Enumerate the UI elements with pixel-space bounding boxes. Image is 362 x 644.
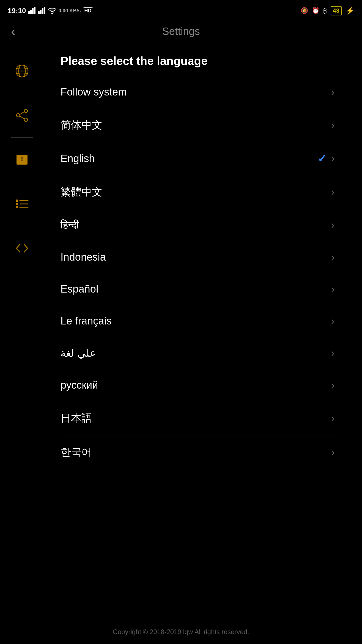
language-list-area: Please select the language Follow system… — [44, 43, 362, 469]
language-right-korean: › — [331, 447, 334, 458]
svg-rect-4 — [38, 11, 40, 14]
language-item-indonesia[interactable]: Indonesia› — [61, 241, 334, 273]
alert-icon: ! — [15, 152, 29, 167]
chevron-right-icon-follow-system: › — [331, 86, 334, 98]
list-icon — [15, 197, 29, 211]
svg-rect-7 — [44, 7, 45, 14]
language-right-indonesia: › — [331, 252, 334, 263]
hd-badge: HD — [83, 7, 93, 14]
chevron-right-icon-hindi: › — [331, 219, 334, 231]
page-heading: Please select the language — [61, 54, 334, 68]
svg-point-12 — [24, 109, 28, 113]
svg-rect-20 — [16, 203, 18, 205]
header-title: Settings — [162, 26, 200, 37]
mute-icon: 🔕 — [301, 7, 308, 14]
language-item-japanese[interactable]: 日本語› — [61, 401, 334, 435]
signal-icon — [28, 7, 36, 15]
content-area: Please select the language Follow system… — [44, 43, 351, 469]
back-button[interactable]: ‹ — [11, 25, 15, 38]
language-label-english: English — [61, 153, 95, 165]
bluetooth-icon: ₿ — [323, 7, 327, 15]
chevron-right-icon-traditional-chinese: › — [331, 186, 334, 198]
charging-icon: ⚡ — [345, 7, 354, 15]
language-right-espanol: › — [331, 283, 334, 295]
chevron-right-icon-korean: › — [331, 447, 334, 458]
svg-line-15 — [20, 112, 24, 114]
signal2-icon — [38, 7, 46, 15]
language-right-arabic: › — [331, 347, 334, 359]
svg-rect-6 — [42, 8, 43, 14]
language-right-english: ✓› — [317, 152, 334, 165]
chevron-right-icon-russian: › — [331, 380, 334, 391]
svg-rect-5 — [40, 10, 42, 14]
language-item-russian[interactable]: русский› — [61, 369, 334, 401]
language-item-simplified-chinese[interactable]: 简体中文› — [61, 108, 334, 142]
alarm-icon: ⏰ — [312, 7, 319, 14]
language-item-french[interactable]: Le français› — [61, 305, 334, 337]
svg-point-8 — [52, 13, 53, 14]
svg-rect-19 — [16, 200, 18, 202]
sidebar-slot-alert: ! — [0, 138, 44, 182]
language-label-korean: 한국어 — [61, 445, 92, 459]
chevron-right-icon-french: › — [331, 315, 334, 327]
language-list: Follow system›简体中文›English✓›繁體中文›हिन्दी›… — [61, 76, 334, 469]
language-right-french: › — [331, 315, 334, 327]
language-label-french: Le français — [61, 315, 112, 327]
language-right-hindi: › — [331, 219, 334, 231]
battery-indicator: 43 — [331, 6, 342, 15]
language-right-russian: › — [331, 380, 334, 391]
footer: Copyright © 2018-2019 lqw All rights res… — [0, 628, 362, 636]
language-item-korean[interactable]: 한국어› — [61, 435, 334, 469]
language-label-follow-system: Follow system — [61, 86, 127, 98]
svg-text:!: ! — [21, 155, 23, 163]
sidebar-area: ! — [0, 43, 44, 469]
language-label-japanese: 日本語 — [61, 411, 92, 425]
svg-rect-0 — [28, 11, 30, 14]
language-label-russian: русский — [61, 379, 98, 391]
svg-point-14 — [17, 114, 20, 117]
language-label-espanol: Español — [61, 283, 98, 295]
code-icon — [15, 241, 29, 255]
sidebar-slot-code — [0, 226, 44, 270]
status-bar: 19:10 0.00 KB/s HD 🔕 ⏰ ₿ 43 ⚡ — [0, 0, 362, 19]
language-item-espanol[interactable]: Español› — [61, 273, 334, 305]
time-display: 19:10 — [8, 7, 26, 15]
globe-icon — [15, 64, 29, 78]
chevron-right-icon-arabic: › — [331, 347, 334, 359]
chevron-right-icon-japanese: › — [331, 413, 334, 424]
chevron-right-icon-indonesia: › — [331, 252, 334, 263]
sidebar-slot-list — [0, 182, 44, 226]
battery-level: 43 — [333, 7, 339, 14]
language-item-arabic[interactable]: علي لغة› — [61, 337, 334, 369]
chevron-right-icon-espanol: › — [331, 283, 334, 295]
sidebar-slot-globe — [0, 49, 44, 93]
language-right-simplified-chinese: › — [331, 119, 334, 131]
language-item-hindi[interactable]: हिन्दी› — [61, 209, 334, 241]
language-label-indonesia: Indonesia — [61, 251, 106, 263]
language-label-arabic: علي لغة — [61, 347, 96, 359]
svg-rect-2 — [32, 8, 34, 14]
chevron-right-icon-simplified-chinese: › — [331, 119, 334, 131]
chevron-right-icon-english: › — [331, 153, 334, 164]
main-wrapper: ! Please select the language — [0, 43, 362, 469]
language-label-traditional-chinese: 繁體中文 — [61, 185, 102, 199]
language-right-japanese: › — [331, 413, 334, 424]
language-label-hindi: हिन्दी — [61, 219, 79, 231]
status-right: 🔕 ⏰ ₿ 43 ⚡ — [301, 6, 354, 15]
language-item-english[interactable]: English✓› — [61, 142, 334, 175]
share-icon — [15, 108, 29, 122]
language-right-traditional-chinese: › — [331, 186, 334, 198]
language-item-traditional-chinese[interactable]: 繁體中文› — [61, 175, 334, 209]
sidebar-slot-share — [0, 93, 44, 137]
svg-rect-21 — [16, 206, 18, 208]
copyright-text: Copyright © 2018-2019 lqw All rights res… — [113, 628, 249, 635]
svg-point-13 — [24, 118, 28, 121]
settings-header: ‹ Settings — [0, 19, 362, 43]
language-right-follow-system: › — [331, 86, 334, 98]
wifi-icon — [48, 7, 56, 15]
language-label-simplified-chinese: 简体中文 — [61, 118, 102, 132]
network-speed: 0.00 KB/s — [59, 8, 81, 14]
svg-line-16 — [20, 116, 24, 119]
language-item-follow-system[interactable]: Follow system› — [61, 76, 334, 108]
svg-rect-1 — [30, 10, 32, 14]
